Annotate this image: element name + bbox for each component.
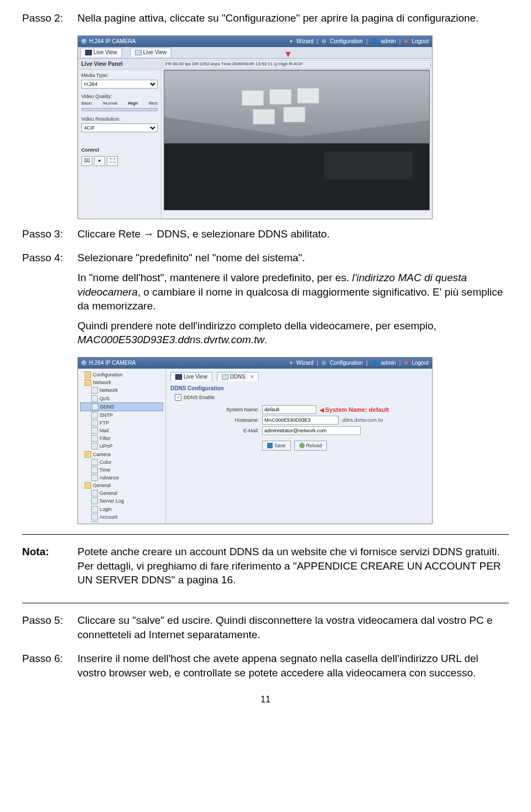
page-icon	[91, 420, 98, 426]
reload-button[interactable]: Reload	[294, 441, 327, 451]
tree-configuration[interactable]: Configuration	[80, 371, 163, 379]
folder-icon	[85, 371, 91, 378]
tree-qos[interactable]: QoS	[80, 395, 163, 402]
step-3-text: Cliccare Rete → DDNS, e selezionare DDNS…	[77, 227, 509, 241]
note-label: Nota:	[22, 545, 77, 593]
step-2-text: Nella pagine attiva, cliccate su "Config…	[77, 11, 509, 25]
tree-login[interactable]: Login	[80, 505, 163, 513]
tree-general[interactable]: General	[80, 489, 163, 497]
tree-trigger[interactable]: Trigger	[80, 521, 163, 523]
app-titlebar: H.264 IP CAMERA ✦Wizard | ⚙Configuration…	[78, 36, 432, 47]
folder-icon	[85, 379, 91, 386]
media-type-select[interactable]: H.264	[81, 80, 158, 89]
system-name-input[interactable]	[262, 405, 316, 414]
ddns-section-title: DDNS Configuration	[170, 385, 428, 392]
note-text: Potete anche creare un account DDNS da u…	[77, 545, 509, 587]
tree-mail[interactable]: Mail	[80, 427, 163, 435]
fullscreen-button[interactable]: ⛶	[107, 156, 118, 166]
step-5-text: Cliccare su "salve" ed uscire. Quindi di…	[77, 613, 509, 642]
folder-icon	[85, 482, 91, 489]
page-icon	[92, 404, 98, 410]
page-icon	[91, 427, 98, 434]
tree-ddns[interactable]: DDNS	[80, 402, 163, 411]
logout-icon: ✖	[404, 38, 408, 45]
tab-live-view[interactable]: Live View	[130, 48, 172, 57]
page-icon	[91, 521, 98, 523]
step-5: Passo 5: Cliccare su "salve" ed uscire. …	[22, 613, 509, 647]
nav-configuration[interactable]: Configuration	[330, 38, 362, 45]
step-4: Passo 4: Selezionare "predefinito" nel "…	[22, 251, 509, 353]
wand-icon: ✦	[289, 38, 293, 45]
quality-slider[interactable]	[81, 108, 158, 111]
step-4-line3: Quindi prendere note dell'indirizzo comp…	[77, 319, 509, 347]
tree-serverlog[interactable]: Server Log	[80, 497, 163, 505]
screenshot-live-view: H.264 IP CAMERA ✦Wizard | ⚙Configuration…	[77, 35, 433, 219]
tree-ftp[interactable]: FTP	[80, 419, 163, 427]
system-name-label: System Name:	[170, 406, 262, 413]
tab-icon	[222, 374, 228, 380]
email-label: E-Mail:	[170, 427, 262, 434]
nav-logout-2[interactable]: Logout	[412, 359, 429, 367]
page-icon	[91, 412, 98, 418]
page-icon	[91, 395, 98, 402]
record-button[interactable]: ●	[94, 156, 105, 166]
tree-sntp[interactable]: SNTP	[80, 411, 163, 419]
wand-icon: ✦	[289, 359, 293, 367]
save-button[interactable]: Save	[262, 441, 291, 451]
tree-account[interactable]: Account	[80, 513, 163, 521]
app-titlebar-2: H.264 IP CAMERA ✦Wizard | ⚙Configuration…	[78, 358, 432, 369]
globe-icon	[81, 39, 87, 44]
nav-logout[interactable]: Logout	[412, 38, 429, 45]
video-resolution-select[interactable]: 4CIF	[81, 123, 158, 132]
snapshot-button[interactable]: ⌧	[81, 156, 92, 166]
hostname-suffix: .ddns.dvrtw.com.tw	[341, 417, 383, 423]
step-3-label: Passo 3:	[22, 227, 77, 247]
app-title-2: H.264 IP CAMERA	[89, 359, 136, 367]
nav-configuration-2[interactable]: Configuration	[330, 359, 362, 367]
tree-general-folder[interactable]: General	[80, 482, 163, 489]
step-2: Passo 2: Nella pagine attiva, cliccate s…	[22, 11, 509, 31]
hostname-label: Hostname:	[170, 417, 262, 423]
tree-advance[interactable]: Advance	[80, 474, 163, 482]
step-4-line1: Selezionare "predefinito" nel "nome del …	[77, 251, 509, 265]
nav-wizard[interactable]: Wizard	[296, 38, 314, 45]
close-icon[interactable]: ×	[251, 373, 254, 381]
nav-admin-2[interactable]: admin	[381, 359, 396, 367]
step-6-text: Inserire il nome dell'host che avete app…	[77, 651, 509, 680]
page-icon	[91, 443, 98, 449]
page-icon	[91, 435, 98, 442]
ddns-enable-checkbox[interactable]: ✓DDNS Enable	[175, 394, 428, 401]
step-5-label: Passo 5:	[22, 613, 77, 647]
tree-camera-folder[interactable]: Camera	[80, 451, 163, 458]
checkbox-icon: ✓	[175, 394, 181, 401]
live-view-panel: Live View Panel Media Type: H.264 Video …	[78, 59, 162, 218]
video-status-bar: FR:30.00 fps DR:1052 kbps Time:2009/08/0…	[163, 60, 431, 69]
tree-network[interactable]: Network	[80, 386, 163, 394]
red-arrow-icon	[284, 50, 293, 58]
user-icon: 👤	[371, 359, 378, 367]
tree-network-folder[interactable]: Network	[80, 379, 163, 386]
tab-live-view-left[interactable]: Live View	[80, 48, 122, 57]
page-icon	[91, 506, 98, 513]
tab-bar: Live View Live View	[78, 47, 432, 59]
app-title: H.264 IP CAMERA	[89, 38, 136, 45]
logout-icon: ✖	[404, 359, 408, 367]
globe-icon	[81, 360, 87, 366]
tree-color[interactable]: Color	[80, 458, 163, 466]
gear-icon: ⚙	[321, 359, 326, 367]
save-icon	[267, 443, 273, 448]
monitor-icon	[85, 50, 92, 55]
tree-time[interactable]: Time	[80, 466, 163, 474]
nav-admin[interactable]: admin	[381, 38, 396, 45]
hostname-input[interactable]	[262, 416, 339, 425]
page-icon	[91, 467, 98, 473]
config-tree: Configuration Network Network QoS DDNS S…	[78, 369, 166, 523]
nav-wizard-2[interactable]: Wizard	[296, 359, 314, 367]
tree-filter[interactable]: Filter	[80, 435, 163, 442]
media-type-label: Media Type:	[81, 72, 158, 79]
tree-upnp[interactable]: UPnP	[80, 442, 163, 450]
tab-live-view-2[interactable]: Live View	[170, 372, 212, 381]
folder-icon	[85, 451, 91, 458]
email-input[interactable]	[262, 426, 361, 435]
tab-ddns[interactable]: DDNS×	[217, 372, 259, 381]
